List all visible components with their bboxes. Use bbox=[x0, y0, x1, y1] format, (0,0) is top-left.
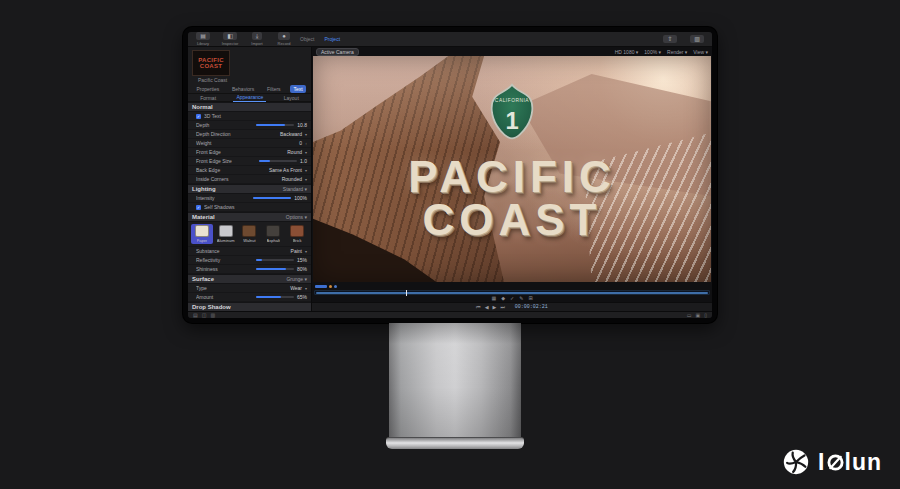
section-header-material[interactable]: MaterialOptions ▾ bbox=[188, 212, 311, 222]
slider-shininess[interactable] bbox=[256, 268, 294, 270]
row-value: 80% bbox=[297, 266, 307, 272]
vignette bbox=[313, 56, 711, 282]
footer-right-icons: ▭▣▯ bbox=[687, 313, 707, 318]
popup-inside-corners[interactable]: Rounded bbox=[282, 176, 302, 182]
status-popup-render[interactable]: Render ▾ bbox=[667, 49, 687, 55]
mini-timeline[interactable] bbox=[312, 282, 712, 290]
slider-fill bbox=[256, 296, 281, 298]
row-label: Inside Corners bbox=[196, 176, 279, 182]
slider-intensity[interactable] bbox=[253, 197, 291, 199]
stepper-weight[interactable]: 0 bbox=[299, 140, 302, 146]
row-label: Depth Direction bbox=[196, 131, 277, 137]
material-swatch-brick[interactable]: Brick bbox=[286, 224, 308, 244]
grid-icon[interactable]: ▦ bbox=[491, 296, 496, 301]
transport-buttons: ⏮◀▶⏭ bbox=[476, 304, 505, 311]
toolbar-inspector-button[interactable]: ◧Inspector bbox=[219, 32, 241, 46]
zoom-slider-icon[interactable]: ▣ bbox=[696, 313, 701, 318]
subtab-layout[interactable]: Layout bbox=[281, 94, 302, 102]
canvas-status-group: HD 1080 ▾100% ▾Render ▾View ▾ bbox=[615, 49, 708, 55]
playhead[interactable] bbox=[406, 290, 407, 296]
layout-button[interactable]: ▥ bbox=[686, 35, 708, 43]
aperture-shutter-icon bbox=[781, 447, 811, 477]
row-label: Type bbox=[196, 285, 287, 291]
timeline-scrubber[interactable] bbox=[314, 290, 710, 295]
material-swatch-paper[interactable]: Paper bbox=[191, 224, 213, 244]
material-swatch-label: Paper bbox=[197, 238, 208, 243]
previous-frame-icon[interactable]: ◀ bbox=[485, 304, 489, 311]
slider-fill bbox=[256, 268, 286, 270]
record-icon: ● bbox=[278, 32, 290, 40]
popup-front-edge[interactable]: Round bbox=[287, 149, 302, 155]
slider-front-edge-size[interactable] bbox=[259, 160, 297, 162]
subtab-appearance[interactable]: Appearance bbox=[233, 93, 266, 102]
subtab-format[interactable]: Format bbox=[197, 94, 219, 102]
row-label: Amount bbox=[196, 294, 253, 300]
row-label: Substance bbox=[196, 248, 288, 254]
inspector-sections: Normal✓3D TextDepth10.8Depth DirectionBa… bbox=[188, 102, 311, 311]
share-button[interactable]: ⇧ bbox=[659, 35, 681, 43]
tab-filters[interactable]: Filters bbox=[264, 85, 284, 93]
toolbar-right-group: ⇧▥ bbox=[659, 35, 708, 43]
material-swatch-aluminum[interactable]: Aluminum bbox=[215, 224, 237, 244]
show-keyframes-icon[interactable]: ◫ bbox=[202, 313, 207, 318]
checkbox-self-shadows[interactable]: ✓ bbox=[196, 205, 201, 210]
show-audio-icon[interactable]: ▥ bbox=[210, 313, 215, 318]
app-footer: ▤◫▥ ▭▣▯ bbox=[188, 311, 712, 318]
tab-behaviors[interactable]: Behaviors bbox=[229, 85, 257, 93]
mini-timeline-layer-bar[interactable] bbox=[315, 285, 327, 288]
inspector-row-3d-text: ✓3D Text bbox=[188, 112, 311, 121]
canvas[interactable]: CALIFORNIA 1 PACIFIC COAST bbox=[313, 56, 711, 282]
edit-icon[interactable]: ✎ bbox=[519, 296, 523, 301]
project-thumb-line2: COAST bbox=[200, 63, 223, 69]
tab-text[interactable]: Text bbox=[290, 85, 305, 93]
toolbar-library-button[interactable]: ▤Library bbox=[192, 32, 214, 46]
status-popup-view[interactable]: View ▾ bbox=[693, 49, 708, 55]
section-header-normal[interactable]: Normal bbox=[188, 102, 311, 112]
section-header-popup[interactable]: Standard ▾ bbox=[283, 186, 307, 192]
zoom-out-icon[interactable]: ▭ bbox=[687, 313, 692, 318]
popup-type[interactable]: Wear bbox=[290, 285, 302, 291]
mini-timeline-marker-blue bbox=[334, 285, 337, 288]
screen: ▤Library◧Inspector⤓Import●Record Object … bbox=[188, 32, 712, 318]
slider-depth[interactable] bbox=[256, 124, 294, 126]
tab-properties[interactable]: Properties bbox=[193, 85, 222, 93]
slider-reflectivity[interactable] bbox=[256, 259, 294, 261]
chevron-down-icon: ▾ bbox=[305, 132, 307, 137]
checkmark-icon[interactable]: ✓ bbox=[510, 296, 514, 301]
material-swatch-label: Walnut bbox=[243, 238, 255, 243]
checkbox-3d-text[interactable]: ✓ bbox=[196, 114, 201, 119]
status-popup-hd-1080[interactable]: HD 1080 ▾ bbox=[615, 49, 639, 55]
app-body: PACIFIC COAST Pacific Coast PropertiesBe… bbox=[188, 47, 712, 311]
active-camera-popup[interactable]: Active Camera bbox=[316, 48, 359, 56]
popup-back-edge[interactable]: Same As Front bbox=[269, 167, 302, 173]
row-value: 65% bbox=[297, 294, 307, 300]
toolbar-import-button[interactable]: ⤓Import bbox=[246, 32, 268, 46]
popup-substance[interactable]: Paint bbox=[291, 248, 302, 254]
snap-icon[interactable]: ⊞ bbox=[528, 296, 532, 301]
breadcrumb-project[interactable]: Project bbox=[324, 36, 340, 42]
section-header-drop-shadow[interactable]: Drop Shadow bbox=[188, 302, 311, 311]
slider-amount[interactable] bbox=[256, 296, 294, 298]
material-swatch-asphalt[interactable]: Asphalt bbox=[262, 224, 284, 244]
status-popup-100-[interactable]: 100% ▾ bbox=[644, 49, 661, 55]
chevron-down-icon: ▾ bbox=[305, 286, 307, 291]
inspector-row-back-edge: Back EdgeSame As Front▾ bbox=[188, 166, 311, 175]
toolbar-record-button[interactable]: ●Record bbox=[273, 32, 295, 46]
project-thumbnail[interactable]: PACIFIC COAST bbox=[192, 50, 230, 76]
scrubber-range-bar[interactable] bbox=[316, 292, 708, 294]
section-header-popup[interactable]: Options ▾ bbox=[286, 214, 307, 220]
mini-timeline-marker-orange bbox=[329, 285, 332, 288]
next-frame-icon[interactable]: ⏭ bbox=[500, 304, 505, 311]
keyframe-icon[interactable]: ◆ bbox=[501, 296, 505, 301]
zoom-in-icon[interactable]: ▯ bbox=[704, 313, 707, 318]
section-header-popup[interactable]: Grunge ▾ bbox=[286, 276, 307, 282]
material-swatch-walnut[interactable]: Walnut bbox=[239, 224, 261, 244]
show-timeline-icon[interactable]: ▤ bbox=[193, 313, 198, 318]
section-header-surface[interactable]: SurfaceGrunge ▾ bbox=[188, 274, 311, 284]
play-icon[interactable]: ▶ bbox=[492, 304, 496, 311]
material-swatch-thumb bbox=[219, 225, 233, 237]
section-header-lighting[interactable]: LightingStandard ▾ bbox=[188, 184, 311, 194]
go-to-start-icon[interactable]: ⏮ bbox=[476, 304, 481, 311]
row-value: 100% bbox=[294, 195, 307, 201]
popup-depth-direction[interactable]: Backward bbox=[280, 131, 302, 137]
